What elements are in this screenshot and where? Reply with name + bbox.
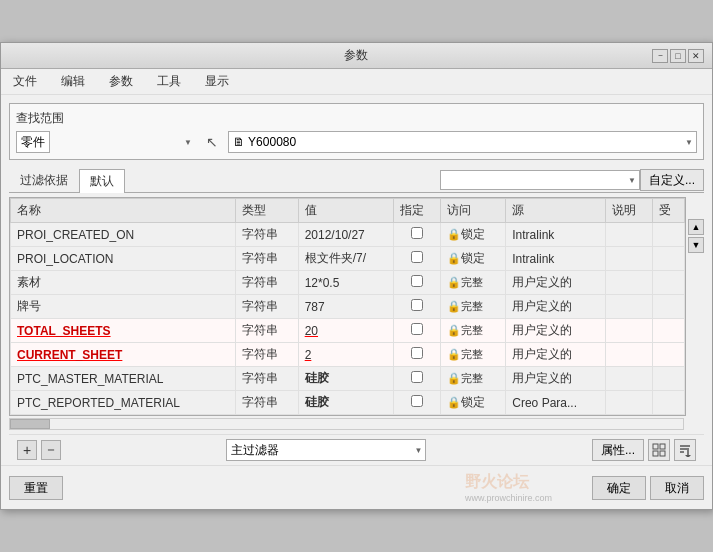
cell-desc bbox=[605, 223, 652, 247]
close-button[interactable]: ✕ bbox=[688, 49, 704, 63]
search-row: 零件 ↖ 🗎 Y600080 bbox=[16, 131, 697, 153]
cell-source: 用户定义的 bbox=[506, 367, 605, 391]
col-header-name: 名称 bbox=[11, 199, 236, 223]
sort-icon bbox=[678, 443, 692, 457]
cell-source: Creo Para... bbox=[506, 391, 605, 415]
cell-value-current-sheet: 2 bbox=[298, 343, 393, 367]
cell-source: Intralink bbox=[506, 247, 605, 271]
svg-rect-1 bbox=[660, 444, 665, 449]
side-arrows: ▲ ▼ bbox=[688, 197, 704, 416]
custom-button[interactable]: 自定义... bbox=[640, 169, 704, 191]
tab-default[interactable]: 默认 bbox=[79, 169, 125, 193]
cell-recv bbox=[652, 391, 684, 415]
cell-assigned[interactable] bbox=[393, 295, 440, 319]
col-header-assigned: 指定 bbox=[393, 199, 440, 223]
col-header-recv: 受 bbox=[652, 199, 684, 223]
menu-file[interactable]: 文件 bbox=[9, 71, 41, 92]
filter-name-wrapper: 主过滤器 ▼ bbox=[226, 439, 426, 461]
cell-recv bbox=[652, 223, 684, 247]
cell-desc bbox=[605, 343, 652, 367]
table-row-total-sheets: TOTAL_SHEETS 字符串 20 🔒完整 用户定义的 bbox=[11, 319, 685, 343]
cell-recv bbox=[652, 343, 684, 367]
cell-assigned[interactable] bbox=[393, 223, 440, 247]
table-row: 素材 字符串 12*0.5 🔒完整 用户定义的 bbox=[11, 271, 685, 295]
maximize-button[interactable]: □ bbox=[670, 49, 686, 63]
cell-name: 牌号 bbox=[11, 295, 236, 319]
search-scope-section: 查找范围 零件 ↖ 🗎 Y600080 bbox=[9, 103, 704, 160]
cell-value-total-sheets: 20 bbox=[298, 319, 393, 343]
minimize-button[interactable]: － bbox=[652, 49, 668, 63]
table-container: 名称 类型 值 指定 访问 源 说明 受 PROI_CREATED_ON 字符串 bbox=[9, 197, 686, 416]
menu-edit[interactable]: 编辑 bbox=[57, 71, 89, 92]
table-row: PTC_REPORTED_MATERIAL 字符串 硅胶 🔒锁定 Creo Pa… bbox=[11, 391, 685, 415]
filter-name-select[interactable]: 主过滤器 bbox=[226, 439, 426, 461]
cell-assigned[interactable] bbox=[393, 247, 440, 271]
cell-recv bbox=[652, 271, 684, 295]
cell-value: 787 bbox=[298, 295, 393, 319]
cell-access: 🔒完整 bbox=[441, 271, 506, 295]
cell-value: 硅胶 bbox=[298, 391, 393, 415]
cell-access: 🔒完整 bbox=[441, 319, 506, 343]
watermark: 野火论坛 www.prowchinire.com bbox=[465, 472, 552, 503]
search-scope-label: 查找范围 bbox=[16, 110, 697, 127]
file-select-wrapper: 🗎 Y600080 bbox=[228, 131, 697, 153]
properties-button[interactable]: 属性... bbox=[592, 439, 644, 461]
cell-type: 字符串 bbox=[236, 247, 299, 271]
filter-dropdown[interactable] bbox=[440, 170, 640, 190]
cell-value: 硅胶 bbox=[298, 367, 393, 391]
reset-button[interactable]: 重置 bbox=[9, 476, 63, 500]
cell-type: 字符串 bbox=[236, 319, 299, 343]
menu-params[interactable]: 参数 bbox=[105, 71, 137, 92]
col-header-desc: 说明 bbox=[605, 199, 652, 223]
cell-source: 用户定义的 bbox=[506, 271, 605, 295]
cell-desc bbox=[605, 247, 652, 271]
cell-access: 🔒完整 bbox=[441, 343, 506, 367]
cell-assigned[interactable] bbox=[393, 271, 440, 295]
col-header-value: 值 bbox=[298, 199, 393, 223]
window-title: 参数 bbox=[59, 47, 652, 64]
remove-parameter-button[interactable]: － bbox=[41, 440, 61, 460]
cancel-button[interactable]: 取消 bbox=[650, 476, 704, 500]
cell-type: 字符串 bbox=[236, 271, 299, 295]
cursor-icon: ↖ bbox=[202, 132, 222, 152]
svg-marker-8 bbox=[685, 455, 691, 457]
filter-section: 过滤依据 默认 自定义... bbox=[9, 168, 704, 193]
scroll-down-button[interactable]: ▼ bbox=[688, 237, 704, 253]
cell-source: Intralink bbox=[506, 223, 605, 247]
cell-desc bbox=[605, 271, 652, 295]
add-parameter-button[interactable]: + bbox=[17, 440, 37, 460]
bottom-bar: + － 主过滤器 ▼ 属性... bbox=[9, 434, 704, 465]
cell-type: 字符串 bbox=[236, 295, 299, 319]
cell-name: 素材 bbox=[11, 271, 236, 295]
scroll-up-button[interactable]: ▲ bbox=[688, 219, 704, 235]
table-row: PROI_CREATED_ON 字符串 2012/10/27 🔒锁定 Intra… bbox=[11, 223, 685, 247]
sort-button[interactable] bbox=[674, 439, 696, 461]
cell-assigned[interactable] bbox=[393, 319, 440, 343]
filter-tabs-row: 过滤依据 默认 自定义... bbox=[9, 168, 704, 193]
file-select[interactable]: 🗎 Y600080 bbox=[228, 131, 697, 153]
cell-value: 12*0.5 bbox=[298, 271, 393, 295]
cell-type: 字符串 bbox=[236, 391, 299, 415]
grid-button[interactable] bbox=[648, 439, 670, 461]
main-window: 参数 － □ ✕ 文件 编辑 参数 工具 显示 查找范围 零件 ↖ 🗎 Y600… bbox=[0, 42, 713, 510]
grid-icon bbox=[652, 443, 666, 457]
menu-tools[interactable]: 工具 bbox=[153, 71, 185, 92]
cell-type: 字符串 bbox=[236, 343, 299, 367]
cell-assigned[interactable] bbox=[393, 391, 440, 415]
scope-select-wrapper: 零件 bbox=[16, 131, 196, 153]
scope-select[interactable]: 零件 bbox=[16, 131, 50, 153]
cell-desc bbox=[605, 319, 652, 343]
ok-button[interactable]: 确定 bbox=[592, 476, 646, 500]
cell-recv bbox=[652, 319, 684, 343]
footer-right: 确定 取消 bbox=[592, 476, 704, 500]
table-row: PROI_LOCATION 字符串 根文件夹/7/ 🔒锁定 Intralink bbox=[11, 247, 685, 271]
cell-access: 🔒完整 bbox=[441, 295, 506, 319]
tab-filter-by[interactable]: 过滤依据 bbox=[9, 168, 79, 192]
cell-name-total-sheets: TOTAL_SHEETS bbox=[11, 319, 236, 343]
cell-name: PROI_CREATED_ON bbox=[11, 223, 236, 247]
cell-assigned[interactable] bbox=[393, 343, 440, 367]
cell-value: 2012/10/27 bbox=[298, 223, 393, 247]
menu-display[interactable]: 显示 bbox=[201, 71, 233, 92]
horizontal-scrollbar[interactable] bbox=[9, 418, 684, 430]
cell-assigned[interactable] bbox=[393, 367, 440, 391]
